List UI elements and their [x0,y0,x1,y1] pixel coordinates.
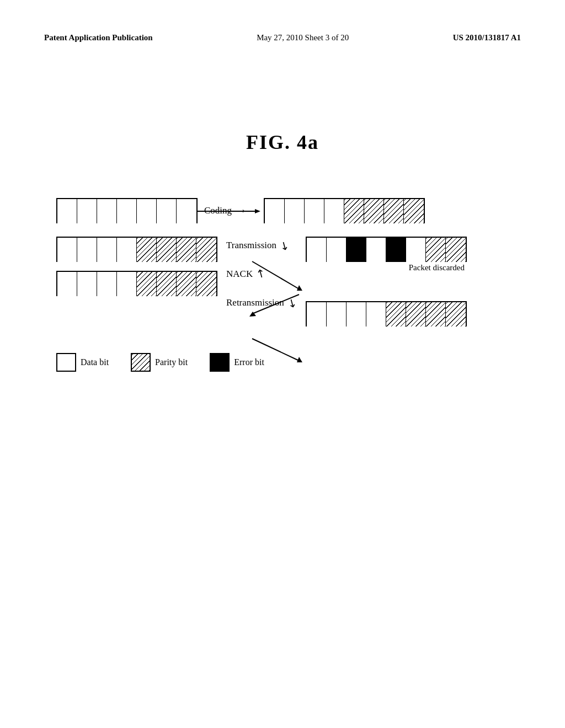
cell-w6 [157,199,177,223]
retx-packet [306,301,467,326]
rx-error-group: Packet discarded [306,237,467,272]
retx-w1 [307,302,327,326]
left-packets [56,237,217,296]
cell-w5 [137,199,157,223]
retx-w3 [347,302,366,326]
nack-sender-packet [56,271,217,296]
coded-h4 [404,199,424,223]
rx-err1 [347,238,366,262]
tx-s-h3 [177,238,196,262]
retx-h3 [426,302,446,326]
nack-s-h2 [157,272,177,296]
page: Patent Application Publication May 27, 2… [0,0,565,728]
header: Patent Application Publication May 27, 2… [44,33,521,42]
nack-s-w1 [57,272,77,296]
legend-data-bit-icon [56,353,76,372]
retx-h2 [406,302,426,326]
coding-label-area: Coding → [198,204,264,218]
legend-data-bit: Data bit [56,353,109,372]
center-labels: Transmission ↘ NACK ↘ Retransmission ↘ [217,237,306,312]
nack-label-row: NACK ↘ [226,267,265,281]
tx-s-w2 [77,238,97,262]
nack-s-h1 [137,272,157,296]
coded-w2 [285,199,305,223]
packet-discarded-label: Packet discarded [306,263,467,272]
figure-title: FIG. 4a [44,131,521,154]
tx-s-w1 [57,238,77,262]
rx-w1 [307,238,327,262]
nack-s-w2 [77,272,97,296]
legend-error-bit-label: Error bit [234,357,264,367]
nack-s-w3 [97,272,117,296]
date-sheet-label: May 27, 2010 Sheet 3 of 20 [257,33,349,42]
tx-sender-packet [56,237,217,262]
rx-h2 [446,238,466,262]
cell-w7 [177,199,196,223]
source-packet [56,198,198,223]
coded-w4 [324,199,344,223]
nack-arrow-icon: ↘ [253,266,268,282]
cell-w1 [57,199,77,223]
right-packets: Packet discarded [306,237,467,326]
rx-h1 [426,238,446,262]
rx-error-packet [306,237,467,262]
retransmission-arrow-icon: ↘ [285,295,300,311]
legend-data-bit-label: Data bit [81,357,109,367]
cell-w2 [77,199,97,223]
coded-h3 [384,199,404,223]
coded-packet [264,198,425,223]
transmission-label-row: Transmission ↘ [226,239,289,252]
nack-s-h3 [177,272,196,296]
tx-s-h1 [137,238,157,262]
retransmission-label: Retransmission [226,297,284,308]
nack-s-h4 [196,272,216,296]
legend-parity-bit-icon [131,353,151,372]
legend-error-bit: Error bit [210,353,264,372]
tx-s-w3 [97,238,117,262]
patent-number-label: US 2010/131817 A1 [453,33,521,42]
retx-w2 [327,302,347,326]
rx-w3 [366,238,386,262]
retx-h1 [386,302,406,326]
figure-container: Coding → [56,198,509,372]
nack-label: NACK [226,269,253,280]
tx-s-h2 [157,238,177,262]
cell-w3 [97,199,117,223]
retx-w4 [366,302,386,326]
coded-h1 [344,199,364,223]
transmission-section: Transmission ↘ NACK ↘ Retransmission ↘ [56,237,509,326]
nack-s-w4 [117,272,137,296]
coded-w3 [305,199,324,223]
coded-w1 [265,199,285,223]
coding-arrow-icon: → [235,204,247,218]
transmission-arrow-icon: ↘ [277,237,292,253]
tx-s-w4 [117,238,137,262]
tx-s-h4 [196,238,216,262]
coded-h2 [364,199,384,223]
legend-parity-bit-label: Parity bit [155,357,188,367]
cell-w4 [117,199,137,223]
legend-parity-bit: Parity bit [131,353,188,372]
legend: Data bit Parity bit Error bit [56,353,509,372]
publication-label: Patent Application Publication [44,33,153,42]
retx-h4 [446,302,466,326]
transmission-label: Transmission [226,240,276,251]
legend-error-bit-icon [210,353,230,372]
coding-row: Coding → [56,198,509,223]
rx-w2 [327,238,347,262]
rx-w4 [406,238,426,262]
rx-err2 [386,238,406,262]
retransmission-label-row: Retransmission ↘ [226,296,297,309]
coding-label: Coding [204,205,232,216]
